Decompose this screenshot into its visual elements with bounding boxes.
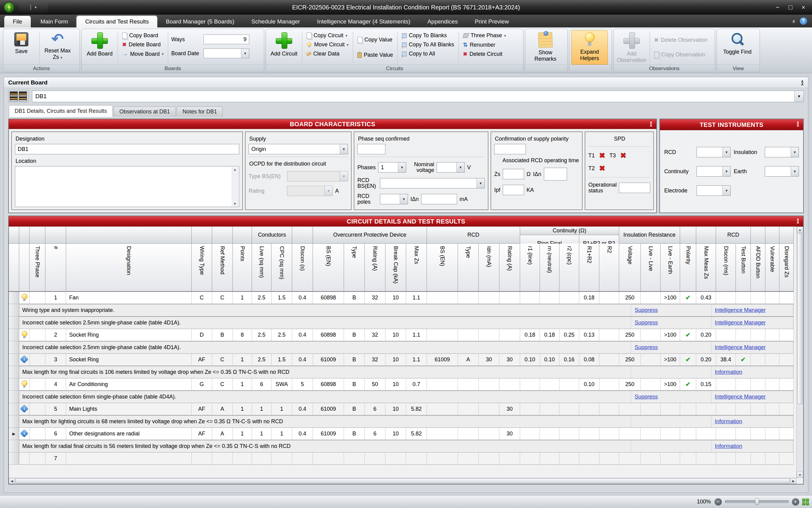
cell[interactable] xyxy=(579,453,599,465)
cell[interactable] xyxy=(233,453,252,465)
cell[interactable] xyxy=(696,453,716,465)
cell[interactable] xyxy=(751,292,765,304)
cell[interactable]: 61009 xyxy=(313,428,344,440)
tab-schedule-manager[interactable]: Schedule Manager xyxy=(243,16,308,28)
cell[interactable] xyxy=(427,329,458,341)
suppress-link[interactable]: Suppress xyxy=(635,394,658,400)
cell[interactable] xyxy=(30,292,45,304)
cell[interactable] xyxy=(765,428,779,440)
cell[interactable] xyxy=(520,428,540,440)
cell[interactable]: 0.4 xyxy=(292,329,313,341)
cell[interactable]: 0.43 xyxy=(696,292,716,304)
cell[interactable]: 10 xyxy=(385,403,406,415)
cell[interactable] xyxy=(619,403,641,415)
rcd-bsen-select[interactable]: ▼ xyxy=(380,178,485,188)
idn-input[interactable] xyxy=(421,194,457,204)
collapse-panel-icon[interactable]: ∧∧ xyxy=(801,80,804,85)
tab-main-form[interactable]: Main Form xyxy=(32,16,77,28)
cell[interactable]: 0.7 xyxy=(406,378,427,391)
cell[interactable]: 1 xyxy=(272,428,292,440)
cell[interactable] xyxy=(499,292,520,304)
cell[interactable] xyxy=(458,453,479,465)
cell[interactable]: 5.82 xyxy=(406,428,427,440)
row-selector[interactable] xyxy=(9,316,19,329)
show-remarks-button[interactable]: Show Remarks xyxy=(527,30,564,65)
cell[interactable] xyxy=(779,292,794,304)
cell[interactable]: 1.5 xyxy=(272,354,292,366)
cell[interactable]: 1 xyxy=(233,292,252,304)
row-selector[interactable] xyxy=(9,329,19,341)
cell[interactable] xyxy=(599,292,619,304)
cell[interactable]: B xyxy=(344,428,365,440)
cell[interactable] xyxy=(579,428,599,440)
cell[interactable] xyxy=(30,354,45,366)
cell[interactable] xyxy=(520,403,540,415)
cell[interactable] xyxy=(66,453,192,465)
cell[interactable]: C xyxy=(192,292,212,304)
operational-status-input[interactable] xyxy=(619,183,650,193)
cell[interactable] xyxy=(716,378,736,391)
cell[interactable]: 1.1 xyxy=(406,354,427,366)
add-board-button[interactable]: Add Board xyxy=(84,30,116,65)
collapse-panel-icon[interactable]: ∧∧ xyxy=(797,121,800,127)
cell[interactable]: 0.4 xyxy=(292,292,313,304)
scrollbar[interactable]: ▲▼ xyxy=(232,167,238,206)
cell[interactable]: 0.10 xyxy=(540,354,560,366)
cell[interactable]: 0.10 xyxy=(520,354,540,366)
cell[interactable]: 250 xyxy=(619,329,641,341)
cell[interactable]: 3 xyxy=(45,354,66,366)
cell[interactable]: 1 xyxy=(233,403,252,415)
copy-to-all-button[interactable]: Copy to All xyxy=(399,50,457,58)
cell[interactable]: 10 xyxy=(385,292,406,304)
cell[interactable]: ✔ xyxy=(680,354,696,366)
zoom-out-button[interactable]: − xyxy=(715,498,722,506)
phases-select[interactable]: 1▼ xyxy=(378,162,406,173)
cell[interactable]: 2.5 xyxy=(252,354,272,366)
cell[interactable] xyxy=(427,403,458,415)
cell[interactable] xyxy=(540,428,560,440)
cell[interactable] xyxy=(458,329,479,341)
cell[interactable] xyxy=(779,354,794,366)
cell[interactable]: A xyxy=(458,354,479,366)
tab-file[interactable]: File xyxy=(4,16,31,28)
cell[interactable] xyxy=(696,428,716,440)
insulation-select[interactable]: ▼ xyxy=(765,147,799,157)
cell[interactable] xyxy=(499,378,520,391)
cell[interactable] xyxy=(579,403,599,415)
cell[interactable] xyxy=(313,453,344,465)
cell[interactable]: 38.4 xyxy=(716,354,736,366)
row-selector[interactable] xyxy=(9,354,19,366)
cell[interactable]: ✔ xyxy=(680,329,696,341)
add-observation-button[interactable]: Add Observation xyxy=(616,30,648,65)
copy-board-button[interactable]: Copy Board xyxy=(120,31,166,40)
cell[interactable]: 5 xyxy=(292,378,313,391)
cell[interactable] xyxy=(736,378,751,391)
copy-value-button[interactable]: Copy Value xyxy=(355,36,395,44)
cell[interactable] xyxy=(30,453,45,465)
cell[interactable]: AF xyxy=(192,403,212,415)
cell[interactable] xyxy=(641,378,661,391)
cell[interactable] xyxy=(599,453,619,465)
cell[interactable] xyxy=(479,292,499,304)
rcd-select[interactable]: ▼ xyxy=(697,147,731,157)
cell[interactable] xyxy=(427,428,458,440)
cell[interactable]: 30 xyxy=(499,428,520,440)
cell[interactable] xyxy=(520,453,540,465)
cell[interactable] xyxy=(661,403,680,415)
cell[interactable]: D xyxy=(192,329,212,341)
cell[interactable] xyxy=(716,453,736,465)
intelligence-manager-link[interactable]: Intelligence Manager xyxy=(715,394,766,400)
layout-grid-icon[interactable] xyxy=(802,499,809,505)
cell[interactable]: ✔ xyxy=(736,354,751,366)
cell[interactable] xyxy=(479,453,499,465)
cell[interactable] xyxy=(619,453,641,465)
continuity-select[interactable]: ▼ xyxy=(697,166,731,176)
cell[interactable] xyxy=(779,403,794,415)
type-bsen-select[interactable]: ▼ xyxy=(287,171,348,181)
cell[interactable]: C xyxy=(212,378,233,391)
cell[interactable] xyxy=(520,292,540,304)
cell[interactable]: Air Conditioning xyxy=(66,378,192,391)
cell[interactable] xyxy=(619,428,641,440)
intelligence-manager-link[interactable]: Intelligence Manager xyxy=(715,344,766,351)
ways-input[interactable]: 9 xyxy=(203,35,249,44)
